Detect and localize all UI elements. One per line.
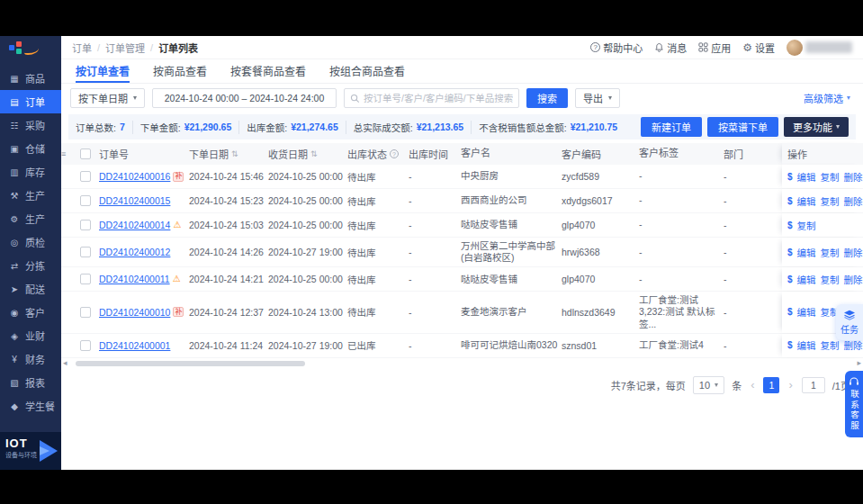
row-action-link[interactable]: 编辑	[797, 338, 816, 352]
horizontal-scrollbar[interactable]: ◂ ▸	[61, 360, 863, 367]
row-action-link[interactable]: 删除	[844, 338, 863, 352]
column-order-date[interactable]: 下单日期⇅	[189, 147, 268, 161]
row-checkbox[interactable]	[80, 340, 91, 351]
scroll-right-icon[interactable]: ▸	[857, 358, 861, 367]
order-number-link[interactable]: DD24102400015	[99, 195, 170, 206]
order-number-link[interactable]: DD24102400010	[99, 307, 170, 318]
advanced-filter-button[interactable]: 高级筛选 ▾	[804, 91, 854, 105]
order-number-link[interactable]: DD24102400011	[99, 274, 170, 284]
column-order-no[interactable]: 订单号	[99, 147, 189, 161]
column-receive-date[interactable]: 收货日期⇅	[268, 147, 347, 161]
date-type-select[interactable]: 按下单日期 ▾	[70, 88, 145, 108]
row-action-link[interactable]: 编辑	[797, 170, 816, 184]
sidebar-item-goods[interactable]: ▦ 商品	[0, 67, 61, 90]
sidebar-item-customers[interactable]: ◉ 客户	[0, 301, 61, 324]
row-action-link[interactable]: 删除	[844, 194, 863, 208]
price-icon[interactable]: $	[787, 248, 793, 257]
table-row[interactable]: DD24102400015 2024-10-24 15:23 2024-10-2…	[61, 189, 863, 213]
expand-all-icon[interactable]: ≡	[61, 149, 66, 158]
next-page-button[interactable]: ›	[787, 379, 794, 391]
sidebar-item-delivery[interactable]: ➤ 配送	[0, 277, 61, 301]
order-number-link[interactable]: DD24102400012	[99, 247, 170, 257]
price-icon[interactable]: $	[787, 274, 793, 284]
row-action-link[interactable]: 复制	[821, 246, 840, 259]
row-action-link[interactable]: 编辑	[797, 305, 816, 319]
sidebar-item-student-meals[interactable]: ◆ 学生餐	[0, 394, 61, 418]
order-number-link[interactable]: DD24102400001	[99, 340, 170, 351]
tab-by-package-goods[interactable]: 按套餐商品查看	[230, 59, 306, 83]
tab-by-combo-goods[interactable]: 按组合商品查看	[329, 59, 405, 83]
search-box[interactable]	[344, 88, 519, 108]
table-row[interactable]: DD24102400014⚠ 2024-10-24 15:03 2024-10-…	[61, 213, 863, 238]
table-row[interactable]: DD24102400011⚠ 2024-10-24 14:21 2024-10-…	[61, 267, 863, 292]
table-row[interactable]: DD24102400012 2024-10-24 14:26 2024-10-2…	[61, 238, 863, 267]
help-center-button[interactable]: ? 帮助中心	[590, 40, 643, 55]
sidebar-item-purchase[interactable]: ☷ 采购	[0, 113, 61, 137]
sidebar-item-finance[interactable]: ¥ 财务	[0, 347, 61, 371]
sort-icon[interactable]: ⇅	[310, 149, 318, 158]
prev-page-button[interactable]: ‹	[749, 379, 756, 391]
row-action-link[interactable]: 编辑	[797, 246, 816, 259]
select-all-checkbox[interactable]	[80, 148, 91, 159]
row-checkbox[interactable]	[80, 307, 91, 318]
order-number-link[interactable]: DD24102400016	[99, 171, 170, 182]
price-icon[interactable]: $	[787, 196, 793, 206]
tab-by-order[interactable]: 按订单查看	[76, 59, 130, 83]
sidebar-item-biz-finance[interactable]: ◈ 业财	[0, 324, 61, 347]
sidebar-item-production-1[interactable]: ⚒ 生产	[0, 184, 61, 207]
row-action-link[interactable]: 复制	[821, 338, 840, 352]
scroll-left-icon[interactable]: ◂	[63, 358, 67, 367]
row-checkbox[interactable]	[80, 220, 91, 230]
row-action-link[interactable]: 删除	[844, 273, 863, 286]
price-icon[interactable]: $	[787, 340, 793, 350]
row-checkbox[interactable]	[80, 274, 91, 284]
row-action-link[interactable]: 复制	[821, 170, 840, 184]
sidebar-item-warehouse[interactable]: ▣ 仓储	[0, 137, 61, 160]
row-action-link[interactable]: 删除	[844, 246, 863, 259]
price-icon[interactable]: $	[787, 307, 793, 317]
apps-button[interactable]: 应用	[698, 40, 731, 55]
settings-button[interactable]: ⚙ 设置	[742, 40, 775, 55]
task-panel-button[interactable]: 任务	[836, 304, 863, 340]
order-by-recipe-button[interactable]: 按菜谱下单	[707, 117, 778, 137]
price-icon[interactable]: $	[787, 172, 793, 182]
row-action-link[interactable]: 编辑	[797, 273, 816, 286]
breadcrumb-item[interactable]: 订单列表	[158, 40, 198, 55]
messages-button[interactable]: 消息	[654, 40, 687, 55]
sidebar-item-reports[interactable]: ▧ 报表	[0, 371, 61, 394]
scrollbar-thumb[interactable]	[76, 361, 305, 366]
price-icon[interactable]: $	[787, 220, 793, 230]
table-row[interactable]: DD24102400001 2024-10-24 11:24 2024-10-2…	[61, 334, 863, 358]
row-checkbox[interactable]	[80, 195, 91, 206]
table-row[interactable]: DD24102400016补 2024-10-24 15:46 2024-10-…	[61, 165, 863, 189]
sidebar-item-orders[interactable]: ▤ 订单	[0, 90, 61, 113]
current-page-button[interactable]: 1	[763, 377, 779, 393]
row-action-link[interactable]: 复制	[797, 219, 816, 232]
breadcrumb-item[interactable]: 订单管理	[105, 40, 145, 55]
sidebar-item-production-2[interactable]: ⚙ 生产	[0, 207, 61, 230]
sort-icon[interactable]: ⇅	[231, 149, 238, 158]
breadcrumb-item[interactable]: 订单	[72, 40, 92, 55]
row-checkbox[interactable]	[80, 171, 91, 182]
search-button[interactable]: 搜索	[526, 88, 568, 108]
export-button[interactable]: 导出 ▾	[575, 88, 620, 108]
row-action-link[interactable]: 编辑	[797, 194, 816, 208]
page-size-select[interactable]: 10 ▾	[693, 376, 724, 394]
sidebar-item-quality[interactable]: ◎ 质检	[0, 230, 61, 254]
row-action-link[interactable]: 删除	[844, 170, 863, 184]
search-input[interactable]	[364, 93, 513, 104]
row-action-link[interactable]: 复制	[821, 273, 840, 286]
tab-by-goods[interactable]: 按商品查看	[153, 59, 207, 83]
table-row[interactable]: DD24102400010补 2024-10-24 12:37 2024-10-…	[61, 292, 863, 333]
date-range-input[interactable]: 2024-10-24 00:00 – 2024-10-24 24:00	[152, 88, 337, 108]
row-checkbox[interactable]	[80, 247, 91, 257]
user-account[interactable]	[787, 40, 852, 56]
iot-logo[interactable]: IOT 设备与环境	[0, 432, 61, 470]
sidebar-item-sorting[interactable]: ⇄ 分拣	[0, 254, 61, 277]
create-order-button[interactable]: 新建订单	[641, 117, 702, 137]
row-action-link[interactable]: 复制	[821, 194, 840, 208]
contact-service-button[interactable]: 联系客服	[845, 371, 863, 437]
info-icon[interactable]: ?	[390, 149, 399, 158]
sidebar-item-inventory[interactable]: ▥ 库存	[0, 160, 61, 184]
page-jump-input[interactable]	[802, 377, 825, 393]
